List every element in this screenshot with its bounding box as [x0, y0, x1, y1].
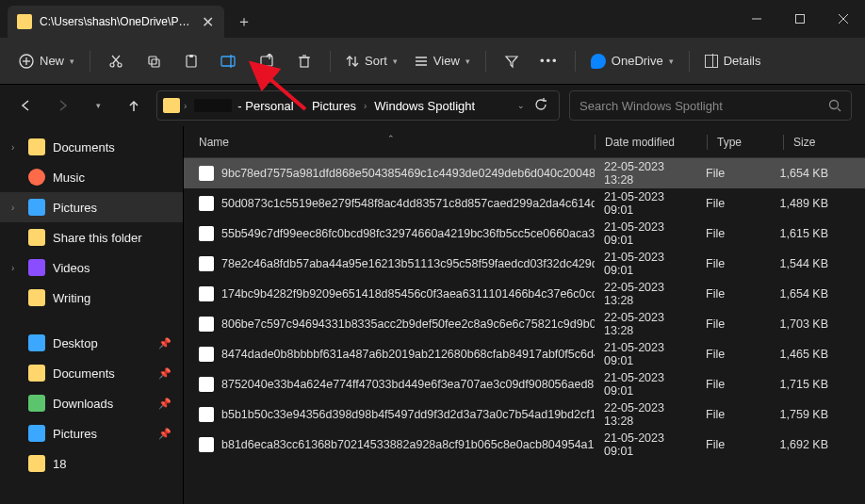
sidebar-item-music[interactable]: Music [0, 162, 183, 192]
file-row[interactable]: 806be7c597c94694331b8335acc2b9def50fee2c… [184, 309, 865, 339]
folder-icon [17, 14, 32, 29]
forward-button[interactable] [49, 92, 75, 119]
file-date: 21-05-2023 09:01 [595, 220, 696, 247]
details-label: Details [724, 54, 761, 68]
svg-rect-17 [261, 57, 272, 66]
sidebar-quick-desktop[interactable]: Desktop📌 [0, 328, 183, 358]
column-header-size[interactable]: Size [793, 136, 859, 149]
file-icon [199, 286, 214, 301]
pictures-icon [28, 425, 45, 442]
delete-button[interactable] [286, 45, 322, 77]
file-icon [199, 196, 214, 211]
file-row[interactable]: 55b549c7df99eec86fc0bcd98fc32974660a4219… [184, 219, 865, 249]
file-type: File [696, 287, 762, 301]
chevron-right-icon: › [184, 101, 187, 111]
folder-icon [28, 455, 45, 472]
divider [575, 51, 576, 72]
column-header-date[interactable]: Date modified [605, 136, 707, 149]
sidebar-item-videos[interactable]: ›Videos [0, 252, 183, 283]
recent-dropdown[interactable]: ▾ [85, 92, 111, 119]
breadcrumb-segment[interactable]: Pictures [308, 99, 360, 113]
column-header-name[interactable]: Name⌃ [199, 136, 595, 149]
folder-icon [163, 98, 180, 113]
breadcrumb-segment[interactable]: - Personal [190, 99, 297, 113]
sidebar-quick-documents[interactable]: Documents📌 [0, 358, 183, 388]
breadcrumb[interactable]: › - Personal › Pictures › Windows Spotli… [156, 90, 560, 121]
file-list[interactable]: 9bc78ed7575a981dfd868e504385469c1c4493de… [184, 158, 865, 504]
up-button[interactable] [121, 92, 147, 119]
file-icon [199, 347, 214, 362]
file-row[interactable]: 8474dade0b8bbbbf631a487a6b2019ab212680b6… [184, 339, 865, 369]
sidebar-item-share[interactable]: Share this folder [0, 222, 183, 252]
onedrive-button[interactable]: OneDrive ▾ [583, 45, 681, 77]
new-label: New [40, 54, 64, 68]
search-box[interactable] [569, 90, 852, 121]
svg-line-28 [838, 108, 841, 111]
file-row[interactable]: 174bc9b4282f9b9209e651418d85456c0f3aea63… [184, 279, 865, 309]
file-row[interactable]: 9bc78ed7575a981dfd868e504385469c1c4493de… [184, 158, 865, 188]
column-header-type[interactable]: Type [717, 136, 783, 149]
share-button[interactable] [249, 45, 285, 77]
desktop-icon [28, 334, 45, 351]
file-row[interactable]: 8752040e33b4a624e774ff47033bd449e6f3ea70… [184, 369, 865, 399]
file-name: 55b549c7df99eec86fc0bcd98fc32974660a4219… [221, 227, 595, 240]
sidebar-item-pictures[interactable]: ›Pictures [0, 192, 183, 222]
new-tab-button[interactable]: ＋ [230, 8, 258, 36]
file-row[interactable]: 78e2c46a8fdb57aba44a95e16213b51113c95c58… [184, 249, 865, 279]
sidebar-quick-18[interactable]: 18 [0, 448, 183, 479]
folder-icon [28, 229, 45, 246]
view-button[interactable]: View ▾ [407, 45, 478, 77]
search-input[interactable] [579, 99, 828, 113]
sidebar-item-documents[interactable]: ›Documents [0, 132, 183, 162]
file-size: 1,465 KB [762, 348, 828, 361]
file-row[interactable]: b81d6eca83cc61368b70214533882a928a8cf91b… [184, 430, 865, 460]
copy-button[interactable] [136, 45, 171, 77]
file-pane: Name⌃ Date modified Type Size 9bc78ed757… [184, 126, 865, 504]
details-pane-button[interactable]: Details [697, 45, 769, 77]
file-name: 9bc78ed7575a981dfd868e504385469c1c4493de… [221, 167, 595, 180]
file-name: 806be7c597c94694331b8335acc2b9def50fee2c… [221, 317, 595, 331]
file-icon [199, 166, 214, 181]
file-type: File [696, 317, 762, 331]
more-button[interactable]: ••• [531, 45, 567, 77]
breadcrumb-segment[interactable]: Windows Spotlight [370, 99, 479, 113]
refresh-button[interactable] [534, 98, 547, 114]
navigation-row: ▾ › - Personal › Pictures › Windows Spot… [0, 85, 865, 126]
svg-rect-14 [189, 55, 193, 57]
sort-label: Sort [365, 54, 387, 68]
file-size: 1,654 KB [762, 287, 828, 301]
file-row[interactable]: 50d0873c1c5519e8e279f548f8ac4dd83571c8d8… [184, 188, 865, 219]
maximize-button[interactable] [778, 0, 822, 38]
file-date: 22-05-2023 13:28 [595, 160, 696, 187]
folder-icon [28, 289, 45, 306]
folder-icon [28, 138, 45, 155]
pin-icon: 📌 [158, 367, 171, 380]
cut-button[interactable] [98, 45, 134, 77]
sidebar-item-writing[interactable]: Writing [0, 283, 183, 313]
file-date: 22-05-2023 13:28 [595, 401, 696, 428]
details-pane-icon [705, 55, 718, 68]
window-tab[interactable]: C:\Users\shash\OneDrive\Pictu ✕ [8, 6, 224, 38]
close-tab-icon[interactable]: ✕ [200, 14, 215, 29]
file-type: File [696, 227, 762, 240]
sidebar-quick-downloads[interactable]: Downloads📌 [0, 388, 183, 418]
sidebar-quick-pictures[interactable]: Pictures📌 [0, 418, 183, 448]
new-button[interactable]: New ▾ [11, 45, 82, 77]
close-window-button[interactable] [822, 0, 865, 38]
chevron-down-icon: ▾ [465, 57, 470, 66]
chevron-down-icon[interactable]: ⌄ [517, 101, 525, 110]
sidebar-item-label: Documents [53, 140, 115, 154]
sidebar-item-label: Documents [53, 366, 115, 381]
paste-button[interactable] [173, 45, 209, 77]
sort-button[interactable]: Sort ▾ [338, 45, 405, 77]
file-row[interactable]: b5b1b50c33e94356d398d98b4f5497dd9f3d2d3a… [184, 399, 865, 430]
minimize-button[interactable] [735, 0, 778, 38]
search-icon [828, 99, 841, 112]
back-button[interactable] [13, 92, 40, 119]
filter-button[interactable] [494, 45, 530, 77]
rename-button[interactable] [211, 45, 247, 77]
file-type: File [696, 438, 762, 451]
svg-rect-1 [796, 15, 805, 24]
file-type: File [696, 408, 762, 421]
file-name: b5b1b50c33e94356d398d98b4f5497dd9f3d2d3a… [221, 408, 595, 421]
